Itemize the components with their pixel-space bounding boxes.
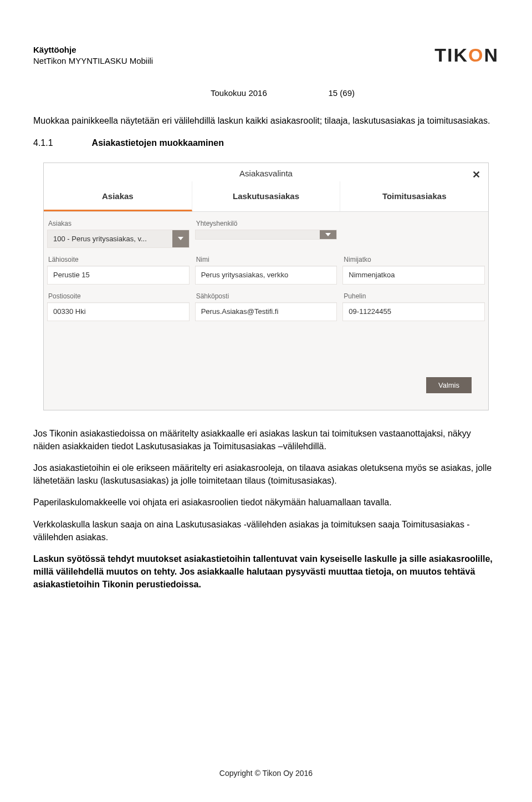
asiakas-select-value: 100 - Perus yritysasiakas, v... xyxy=(48,230,172,247)
label-puhelin: Puhelin xyxy=(342,292,485,300)
tabs: Asiakas Laskutusasiakas Toimitusasiakas xyxy=(44,181,488,212)
label-sahkoposti: Sähköposti xyxy=(195,292,337,300)
valmis-button[interactable]: Valmis xyxy=(426,377,472,393)
page-number: 15 (69) xyxy=(328,88,355,98)
paragraph-1: Jos Tikonin asiakastiedoissa on määritel… xyxy=(33,427,499,453)
field-yhteyshenkilo: Yhteyshenkilö xyxy=(195,220,337,248)
label-postiosoite: Postiosoite xyxy=(47,292,190,300)
field-asiakas: Asiakas 100 - Perus yritysasiakas, v... xyxy=(47,220,190,248)
header-title: Käyttöohje xyxy=(33,44,153,55)
paragraph-2: Jos asiakastietoihin ei ole erikseen mää… xyxy=(33,461,499,487)
paragraph-3: Paperilaskulomakkeelle voi ohjata eri as… xyxy=(33,496,499,509)
field-sahkoposti: Sähköposti Perus.Asiakas@Testifi.fi xyxy=(195,292,337,321)
header-subtitle: NetTikon MYYNTILASKU Mobiili xyxy=(33,55,153,67)
section-title: Asiakastietojen muokkaaminen xyxy=(92,138,224,148)
scroll-indicator-icon xyxy=(480,181,487,196)
label-nimi: Nimi xyxy=(195,256,337,263)
intro-paragraph: Muokkaa painikkeella näytetään eri välil… xyxy=(33,114,499,127)
nimijatko-input[interactable]: Nimmenjatkoa xyxy=(342,266,485,285)
dialog-form: Asiakas 100 - Perus yritysasiakas, v... … xyxy=(44,212,488,332)
label-yhteyshenkilo: Yhteyshenkilö xyxy=(195,220,337,227)
paragraph-4: Verkkolaskulla laskun saaja on aina Lask… xyxy=(33,518,499,544)
tab-asiakas[interactable]: Asiakas xyxy=(44,181,192,211)
lahiosoite-input[interactable]: Perustie 15 xyxy=(47,266,190,285)
page-footer: Copyright © Tikon Oy 2016 xyxy=(0,769,532,778)
yhteyshenkilo-select-value xyxy=(196,230,320,239)
paragraph-5-bold: Laskun syötössä tehdyt muutokset asiakas… xyxy=(33,552,499,591)
field-lahiosoite: Lähiosoite Perustie 15 xyxy=(47,256,190,285)
puhelin-input[interactable]: 09-11224455 xyxy=(342,302,485,321)
dialog-footer: Valmis xyxy=(44,332,488,410)
sahkoposti-input[interactable]: Perus.Asiakas@Testifi.fi xyxy=(195,302,337,321)
logo-part-n: N xyxy=(484,44,499,65)
postiosoite-input[interactable]: 00330 Hki xyxy=(47,302,190,321)
dialog-title: Asiakasvalinta xyxy=(239,169,293,178)
asiakas-select[interactable]: 100 - Perus yritysasiakas, v... xyxy=(47,230,190,248)
caret-down-icon[interactable] xyxy=(172,230,189,247)
label-nimijatko: Nimijatko xyxy=(342,256,485,263)
page-date: Toukokuu 2016 xyxy=(211,88,267,98)
label-asiakas: Asiakas xyxy=(47,220,190,227)
tikon-logo: TIKON xyxy=(434,44,499,66)
tab-toimitusasiakas[interactable]: Toimitusasiakas xyxy=(340,181,488,211)
logo-part-tik: TIK xyxy=(434,44,468,65)
field-nimijatko: Nimijatko Nimmenjatkoa xyxy=(342,256,485,285)
field-puhelin: Puhelin 09-11224455 xyxy=(342,292,485,321)
asiakasvalinta-dialog: Asiakasvalinta ✕ Asiakas Laskutusasiakas… xyxy=(43,163,489,410)
field-spacer xyxy=(342,220,485,248)
dialog-titlebar: Asiakasvalinta ✕ xyxy=(44,163,488,181)
section-number: 4.1.1 xyxy=(33,138,53,148)
caret-down-icon[interactable] xyxy=(320,230,336,239)
logo-part-o: O xyxy=(468,44,484,65)
header-left: Käyttöohje NetTikon MYYNTILASKU Mobiili xyxy=(33,44,153,67)
close-icon[interactable]: ✕ xyxy=(472,169,480,181)
label-lahiosoite: Lähiosoite xyxy=(47,256,190,263)
yhteyshenkilo-select[interactable] xyxy=(195,230,337,240)
section-heading: 4.1.1 Asiakastietojen muokkaaminen xyxy=(33,138,499,148)
field-nimi: Nimi Perus yritysasiakas, verkko xyxy=(195,256,337,285)
tab-laskutusasiakas[interactable]: Laskutusasiakas xyxy=(192,181,341,211)
field-postiosoite: Postiosoite 00330 Hki xyxy=(47,292,190,321)
page-date-row: Toukokuu 2016 15 (69) xyxy=(33,72,499,98)
nimi-input[interactable]: Perus yritysasiakas, verkko xyxy=(195,266,337,285)
page-header: Käyttöohje NetTikon MYYNTILASKU Mobiili … xyxy=(33,44,499,67)
